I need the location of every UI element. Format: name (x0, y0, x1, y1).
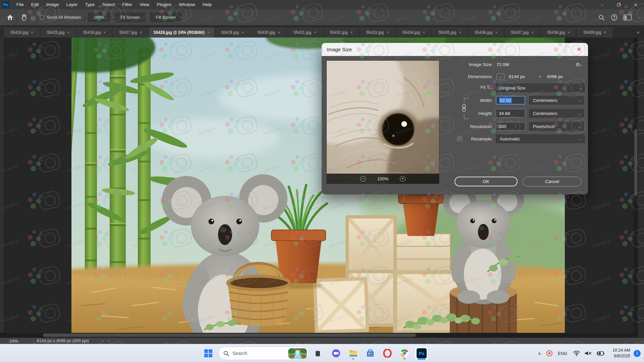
tab-close-icon[interactable]: × (604, 30, 606, 35)
document-tab[interactable]: 55436.jpg × (468, 27, 504, 38)
tab-close-icon[interactable]: × (568, 30, 570, 35)
tab-close-icon[interactable]: × (241, 30, 244, 35)
document-tab[interactable]: 55427.jpg × (113, 27, 149, 38)
menu-item[interactable]: File (13, 0, 28, 9)
scroll-all-windows-option[interactable]: Scroll All Windows (40, 15, 81, 20)
tab-close-icon[interactable]: × (459, 30, 461, 35)
volume-muted-icon[interactable] (585, 351, 592, 356)
tab-close-icon[interactable]: × (531, 30, 534, 35)
cancel-button[interactable]: Cancel (523, 177, 582, 186)
document-tab[interactable]: 55432.jpg × (323, 27, 360, 38)
tab-close-icon[interactable]: × (495, 30, 497, 35)
menu-item[interactable]: Layer (63, 0, 82, 9)
workspace-panel-icon[interactable] (624, 14, 632, 20)
height-unit-dropdown[interactable]: Centimeters ⌄ (529, 109, 584, 118)
help-icon[interactable] (611, 14, 618, 21)
dialog-title-bar[interactable]: Image Size ✕ (322, 43, 588, 56)
menu-item[interactable]: Filter (118, 0, 136, 9)
hand-tool-icon[interactable] (20, 14, 28, 21)
status-zoom-level[interactable]: 24% (9, 339, 18, 344)
status-next-icon[interactable]: › (102, 339, 104, 343)
tab-close-icon[interactable]: × (423, 30, 425, 35)
tab-close-icon[interactable]: × (207, 30, 210, 35)
options-overflow-icon[interactable]: ⌄ (638, 15, 641, 20)
document-tab[interactable]: 55424.jpg × (4, 27, 40, 38)
tray-app-icon[interactable] (546, 350, 552, 356)
dialog-preview[interactable]: − 100% + (326, 60, 439, 184)
menu-item[interactable]: Type (81, 0, 98, 9)
microsoft-store-button[interactable] (363, 346, 377, 360)
task-view-button[interactable] (312, 346, 326, 360)
notification-badge[interactable]: 2 (634, 350, 641, 357)
resolution-unit-dropdown[interactable]: Pixels/Inch ⌄ (529, 122, 584, 131)
chrome-button[interactable] (397, 346, 412, 360)
vertical-scrollbar-thumb[interactable] (634, 129, 637, 196)
window-restore-button[interactable] (610, 0, 627, 9)
tab-close-icon[interactable]: × (314, 30, 316, 35)
height-input[interactable]: 34.68 (496, 109, 525, 118)
collapsed-tools-strip[interactable] (0, 38, 4, 338)
preview-zoom-out-button[interactable]: − (360, 176, 366, 182)
horizontal-scrollbar[interactable] (0, 333, 638, 338)
document-tab[interactable]: 55425.jpg × (40, 27, 76, 38)
document-tab[interactable]: 55439.jpg × (577, 27, 613, 38)
language-indicator[interactable]: ENG (558, 351, 567, 356)
taskbar-clock[interactable]: 10:24 AM 8/8/2025 (612, 348, 630, 359)
width-unit-dropdown[interactable]: Centimeters ⌄ (529, 96, 584, 105)
document-tab[interactable]: 55433.jpg × (360, 27, 396, 38)
menu-item[interactable]: Window (175, 0, 199, 9)
fit-to-dropdown[interactable]: Original Size ⌄ (496, 83, 585, 92)
fill-screen-button[interactable]: Fill Screen (150, 13, 181, 22)
tab-close-icon[interactable]: × (140, 30, 142, 35)
zoom-100-button[interactable]: 100% (88, 13, 110, 22)
window-close-button[interactable]: ✕ (627, 0, 644, 9)
opera-button[interactable] (380, 346, 394, 360)
preview-zoom-in-button[interactable]: + (400, 176, 406, 182)
document-tab[interactable]: 55428.jpg @ 24% (RGB/8#) × (149, 27, 215, 38)
menu-item[interactable]: View (136, 0, 153, 9)
window-minimize-button[interactable]: – (594, 0, 610, 9)
tab-close-icon[interactable]: × (103, 30, 106, 35)
tab-overflow-icon[interactable]: » (637, 29, 639, 35)
menu-item[interactable]: Plugins (153, 0, 175, 9)
menu-item[interactable]: Edit (28, 0, 43, 9)
document-tab[interactable]: 55434.jpg × (396, 27, 432, 38)
document-tab[interactable]: 55438.jpg × (541, 27, 577, 38)
tab-close-icon[interactable]: × (67, 30, 69, 35)
start-button[interactable] (201, 346, 215, 360)
chat-button[interactable] (329, 346, 343, 360)
menu-item[interactable]: Select (99, 0, 119, 9)
search-icon[interactable] (598, 14, 605, 21)
tab-close-icon[interactable]: × (31, 30, 33, 35)
file-explorer-button[interactable] (346, 346, 360, 360)
scroll-all-windows-checkbox[interactable] (40, 15, 44, 19)
dimensions-unit-dropdown[interactable]: ⌄ (496, 73, 504, 80)
hand-tool-dropdown-icon[interactable]: ⌄ (30, 15, 33, 19)
photoshop-taskbar-button[interactable]: Ps (415, 346, 429, 360)
taskbar-search[interactable]: Search (218, 347, 309, 360)
tab-close-icon[interactable]: × (350, 30, 353, 35)
search-highlight-image[interactable] (288, 348, 307, 359)
menu-item[interactable]: Help (199, 0, 215, 9)
document-tab[interactable]: 55430.jpg × (251, 27, 287, 38)
status-prev-icon[interactable]: ‹ (108, 339, 110, 343)
width-input[interactable]: 52.02 (496, 96, 525, 105)
fit-screen-button[interactable]: Fit Screen (115, 13, 145, 22)
resample-dropdown[interactable]: Automatic ⌄ (496, 134, 585, 143)
vertical-scrollbar[interactable] (634, 38, 638, 333)
tab-close-icon[interactable]: × (386, 30, 389, 35)
battery-charging-icon[interactable] (596, 351, 604, 356)
horizontal-scrollbar-thumb[interactable] (43, 334, 416, 337)
home-icon[interactable] (7, 14, 13, 20)
document-tab[interactable]: 55426.jpg × (76, 27, 113, 38)
document-tab[interactable]: 55429.jpg × (215, 27, 251, 38)
document-tab[interactable]: 55437.jpg × (504, 27, 541, 38)
gear-icon[interactable]: ⚙▾ (576, 62, 581, 68)
ok-button[interactable]: OK (454, 177, 518, 186)
menu-item[interactable]: Image (43, 0, 63, 9)
wifi-icon[interactable] (573, 351, 580, 356)
tab-close-icon[interactable]: × (278, 30, 280, 35)
document-tab[interactable]: 55435.jpg × (432, 27, 468, 38)
tray-chevron-up-icon[interactable]: ∧ (538, 351, 541, 356)
resolution-input[interactable]: 300 (496, 122, 525, 131)
